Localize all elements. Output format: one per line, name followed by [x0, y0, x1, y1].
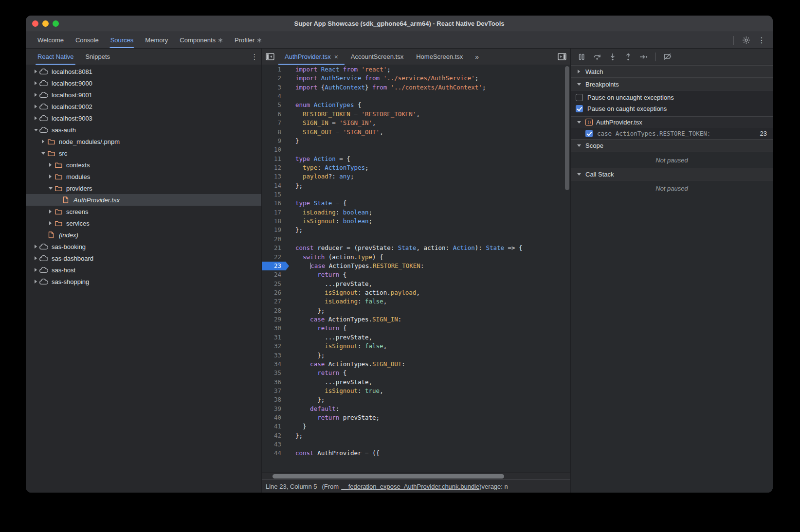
line-number[interactable]: 5 — [262, 101, 289, 109]
code-line-33[interactable]: 33 }; — [262, 351, 570, 360]
code-line-25[interactable]: 25 ...prevState, — [262, 280, 570, 288]
step-over-icon[interactable] — [590, 51, 604, 63]
chevron-down-icon[interactable] — [47, 187, 54, 190]
code-line-text[interactable]: default: — [289, 405, 570, 413]
line-number[interactable]: 8 — [262, 128, 289, 137]
code-line-text[interactable]: ...prevState, — [289, 378, 570, 387]
chevron-right-icon[interactable] — [47, 210, 54, 213]
breakpoint-marker[interactable]: 23 — [262, 262, 289, 270]
pause-caught-row[interactable]: Pause on caught exceptions — [571, 103, 773, 114]
code-line-text[interactable]: ...prevState, — [289, 280, 570, 288]
editor-tab-accountscreen.tsx[interactable]: AccountScreen.tsx — [345, 49, 410, 65]
line-number[interactable]: 4 — [262, 92, 289, 101]
line-number[interactable]: 10 — [262, 145, 289, 154]
editor-vertical-scrollbar[interactable] — [565, 66, 569, 190]
line-number[interactable]: 25 — [262, 280, 289, 288]
code-line-11[interactable]: 11type Action = { — [262, 155, 570, 163]
editor-horizontal-scrollbar[interactable] — [262, 472, 570, 479]
code-line-17[interactable]: 17 isLoading: boolean; — [262, 208, 570, 217]
deactivate-breakpoints-icon[interactable] — [661, 51, 674, 63]
main-tab-console[interactable]: Console — [70, 32, 105, 48]
code-line-22[interactable]: 22 switch (action.type) { — [262, 253, 570, 262]
line-number[interactable]: 26 — [262, 288, 289, 297]
code-line-39[interactable]: 39 default: — [262, 405, 570, 413]
tree-item-localhost-9003[interactable]: localhost:9003 — [26, 112, 261, 124]
code-line-text[interactable]: const AuthProvider = ({ — [289, 449, 570, 458]
line-number[interactable]: 36 — [262, 378, 289, 387]
code-line-10[interactable]: 10 — [262, 145, 570, 154]
line-number[interactable]: 44 — [262, 449, 289, 458]
code-line-37[interactable]: 37 isSignout: true, — [262, 387, 570, 395]
navigator-tab-snippets[interactable]: Snippets — [79, 49, 116, 65]
settings-gear-icon[interactable] — [740, 34, 752, 47]
line-number[interactable]: 12 — [262, 163, 289, 172]
toggle-debugger-sidebar-icon[interactable] — [558, 49, 570, 65]
chevron-right-icon[interactable] — [33, 105, 39, 108]
code-line-text[interactable]: case ActionTypes.RESTORE_TOKEN: — [289, 262, 570, 270]
line-number[interactable]: 41 — [262, 422, 289, 431]
code-line-14[interactable]: 14}; — [262, 181, 570, 190]
line-number[interactable]: 13 — [262, 172, 289, 181]
code-line-text[interactable]: isSignout: boolean; — [289, 217, 570, 226]
tree-item-sas-auth[interactable]: sas-auth — [26, 124, 261, 136]
code-line-text[interactable]: } — [289, 137, 570, 145]
chevron-right-icon[interactable] — [47, 221, 54, 225]
line-number[interactable]: 9 — [262, 137, 289, 145]
chevron-right-icon[interactable] — [47, 163, 54, 167]
code-line-text[interactable]: isSignout: true, — [289, 387, 570, 395]
tree-item-sas-booking[interactable]: sas-booking — [26, 241, 261, 252]
line-number[interactable]: 29 — [262, 315, 289, 324]
tree-item-authprovider-tsx[interactable]: AuthProvider.tsx — [26, 194, 261, 206]
toggle-navigator-icon[interactable] — [262, 49, 278, 65]
code-line-text[interactable]: type State = { — [289, 199, 570, 208]
tree-item-src[interactable]: src — [26, 147, 261, 159]
chevron-right-icon[interactable] — [33, 70, 39, 73]
code-line-16[interactable]: 16type State = { — [262, 199, 570, 208]
line-number[interactable]: 17 — [262, 208, 289, 217]
line-number[interactable]: 35 — [262, 369, 289, 377]
code-line-21[interactable]: 21const reducer = (prevState: State, act… — [262, 244, 570, 252]
code-line-text[interactable]: isLoading: boolean; — [289, 208, 570, 217]
code-line-text[interactable]: case ActionTypes.SIGN_IN: — [289, 315, 570, 324]
code-line-34[interactable]: 34 case ActionTypes.SIGN_OUT: — [262, 360, 570, 369]
editor-tab-homescreen.tsx[interactable]: HomeScreen.tsx — [410, 49, 469, 65]
chevron-right-icon[interactable] — [33, 256, 39, 260]
code-line-36[interactable]: 36 ...prevState, — [262, 378, 570, 387]
main-tab-welcome[interactable]: Welcome — [32, 32, 70, 48]
code-line-text[interactable] — [289, 145, 570, 154]
tree-item-sas-host[interactable]: sas-host — [26, 264, 261, 276]
chevron-down-icon[interactable] — [33, 129, 39, 131]
code-line-12[interactable]: 12 type: ActionTypes; — [262, 163, 570, 172]
chevron-right-icon[interactable] — [33, 268, 39, 272]
code-line-text[interactable]: }; — [289, 226, 570, 234]
code-line-text[interactable]: case ActionTypes.SIGN_OUT: — [289, 360, 570, 369]
line-number[interactable]: 28 — [262, 306, 289, 315]
code-line-text[interactable]: type: ActionTypes; — [289, 163, 570, 172]
code-line-text[interactable]: import {AuthContext} from '../contexts/A… — [289, 83, 570, 92]
line-number[interactable]: 33 — [262, 351, 289, 360]
code-line-text[interactable]: import React from 'react'; — [289, 65, 570, 74]
tree-item-localhost-9000[interactable]: localhost:9000 — [26, 77, 261, 89]
line-number[interactable]: 11 — [262, 155, 289, 163]
breakpoint-file-group[interactable]: ⟨⟩ AuthProvider.tsx — [571, 116, 773, 128]
step-icon[interactable] — [637, 51, 651, 63]
line-number[interactable]: 14 — [262, 181, 289, 190]
tree-item-providers[interactable]: providers — [26, 182, 261, 194]
tree-item-modules[interactable]: modules — [26, 171, 261, 182]
code-line-text[interactable]: ...prevState, — [289, 333, 570, 342]
code-line-text[interactable]: enum ActionTypes { — [289, 101, 570, 109]
code-line-28[interactable]: 28 }; — [262, 306, 570, 315]
code-line-text[interactable]: SIGN_IN = 'SIGN_IN', — [289, 119, 570, 127]
step-into-icon[interactable] — [606, 51, 619, 63]
pause-script-execution-icon[interactable] — [575, 51, 588, 63]
main-tab-profiler[interactable]: Profiler — [229, 32, 268, 48]
chevron-right-icon[interactable] — [33, 116, 39, 120]
chevron-right-icon[interactable] — [40, 140, 46, 143]
code-line-13[interactable]: 13 payload?: any; — [262, 172, 570, 181]
code-line-9[interactable]: 9} — [262, 137, 570, 145]
bundle-link[interactable]: __federation_expose_AuthProvider.chunk.b… — [341, 483, 479, 490]
main-tab-sources[interactable]: Sources — [105, 32, 140, 48]
pause-uncaught-row[interactable]: Pause on uncaught exceptions — [571, 92, 773, 103]
line-number[interactable]: 34 — [262, 360, 289, 369]
line-number[interactable]: 16 — [262, 199, 289, 208]
